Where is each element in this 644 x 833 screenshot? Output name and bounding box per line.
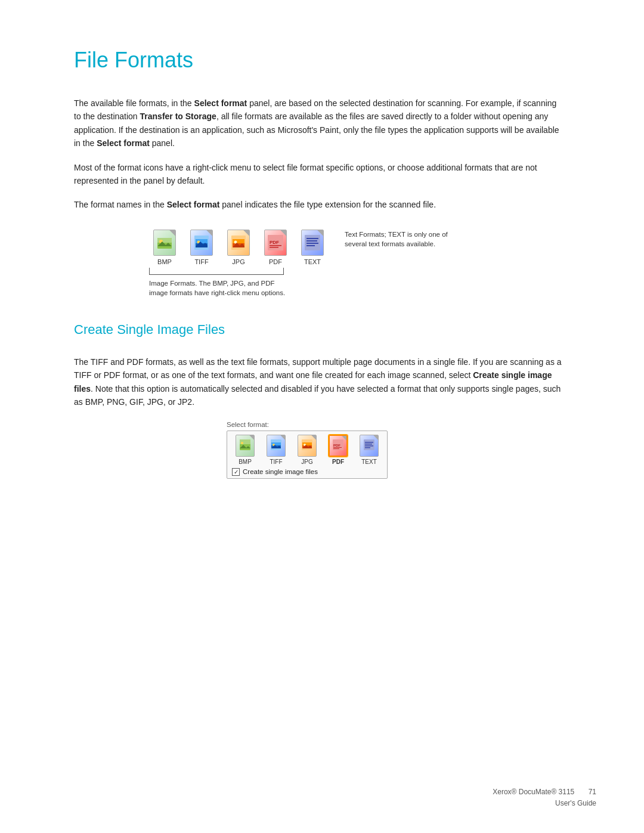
jpg2-svg (301, 439, 313, 452)
svg-rect-45 (365, 447, 370, 448)
text-icon (301, 230, 324, 256)
footer-guide: User's Guide (493, 798, 596, 809)
tiff-icon2 (267, 435, 286, 457)
text2-svg (363, 439, 375, 452)
svg-rect-40 (333, 448, 339, 449)
section-2-title: Create Single Image Files (74, 322, 570, 337)
svg-rect-16 (270, 245, 281, 246)
pdf-svg: PDF (267, 234, 284, 251)
tiff-icon (190, 230, 213, 256)
bmp2-svg (239, 439, 251, 452)
jpg-format-item2: JPG (294, 435, 320, 465)
svg-rect-39 (333, 447, 342, 448)
footer-product-name: Xerox® DocuMate® 3115 (493, 788, 574, 796)
bmp-format-item: BMP (149, 230, 180, 265)
create-single-image-checkbox[interactable]: ✓ (232, 468, 240, 476)
format-panel-icons: BMP TIFF (232, 435, 382, 465)
svg-rect-17 (270, 247, 278, 248)
text-formats-caption: Text Formats; TEXT is only one of severa… (345, 230, 464, 249)
tiff-svg (193, 234, 210, 251)
footer-product: Xerox® DocuMate® 3115 71 (493, 786, 596, 798)
page-title: File Formats (74, 48, 570, 73)
pdf2-svg: PDF (332, 439, 344, 452)
intro-paragraph-3: The format names in the Select format pa… (74, 198, 563, 211)
jpg-label2: JPG (301, 459, 312, 465)
svg-rect-22 (306, 245, 315, 246)
svg-rect-19 (306, 238, 318, 239)
pdf-label2: PDF (332, 459, 344, 465)
section2-para1: The TIFF and PDF formats, as well as the… (74, 355, 563, 409)
intro-paragraph-2: Most of the format icons have a right-cl… (74, 161, 563, 188)
svg-point-25 (241, 442, 243, 444)
section-2: Create Single Image Files The TIFF and P… (74, 322, 570, 479)
create-single-image-row: ✓ Create single image files (232, 468, 382, 476)
pdf-label: PDF (269, 258, 282, 265)
jpg-icon2 (298, 435, 317, 457)
text-label: TEXT (304, 258, 321, 265)
tiff-format-item2: TIFF (263, 435, 289, 465)
bmp-icon (153, 230, 176, 256)
bmp-svg (156, 234, 173, 251)
text-format-item2: TEXT (356, 435, 382, 465)
diagram-right: Text Formats; TEXT is only one of severa… (333, 230, 464, 249)
svg-rect-20 (306, 240, 317, 241)
format-panel: BMP TIFF (227, 431, 388, 479)
format-icons-row: BMP TIFF (149, 230, 328, 265)
svg-text:PDF: PDF (333, 444, 340, 447)
pdf-icon: PDF (264, 230, 287, 256)
text-icon2 (360, 435, 379, 457)
select-format-block: Select format: BMP (227, 421, 417, 479)
text-svg (304, 234, 321, 251)
jpg-icon (227, 230, 250, 256)
select-format-label: Select format: (227, 421, 417, 428)
tiff-label2: TIFF (270, 459, 282, 465)
tiff2-svg (270, 439, 282, 452)
pdf-icon2: PDF (329, 435, 348, 457)
text-label2: TEXT (361, 459, 377, 465)
bmp-icon2 (236, 435, 255, 457)
svg-rect-21 (306, 243, 318, 244)
jpg-label: JPG (232, 258, 244, 265)
jpg-svg (230, 234, 247, 251)
tiff-label: TIFF (194, 258, 208, 265)
svg-text:PDF: PDF (270, 240, 279, 245)
footer-page-number: 71 (589, 788, 596, 796)
bmp-format-item2: BMP (232, 435, 258, 465)
footer: Xerox® DocuMate® 3115 71 User's Guide (493, 786, 596, 809)
pdf-format-item2: PDF PDF (325, 435, 351, 465)
image-formats-caption: Image Formats. The BMP, JPG, and PDF ima… (149, 278, 292, 298)
page-content: File Formats The available file formats,… (0, 0, 644, 538)
svg-rect-42 (365, 442, 373, 443)
image-formats-bracket (149, 268, 284, 275)
intro-paragraph-1: The available file formats, in the Selec… (74, 97, 563, 150)
format-icons-block: BMP TIFF (149, 230, 328, 298)
svg-rect-41 (364, 439, 374, 450)
svg-rect-44 (365, 445, 373, 447)
svg-rect-43 (365, 444, 372, 445)
jpg-format-item: JPG (223, 230, 254, 265)
bmp-label2: BMP (239, 459, 252, 465)
format-diagram-1: BMP TIFF (149, 230, 495, 298)
bmp-label: BMP (157, 258, 172, 265)
create-single-image-label: Create single image files (243, 468, 318, 475)
text-format-item: TEXT (297, 230, 328, 265)
tiff-format-item: TIFF (186, 230, 217, 265)
pdf-format-item: PDF PDF (260, 230, 291, 265)
